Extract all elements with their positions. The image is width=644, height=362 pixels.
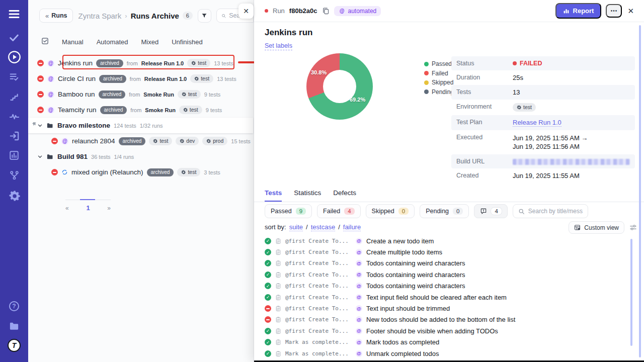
run-row[interactable]: mixed origin (Relaunch)archivedtest3 tes… xyxy=(28,164,253,180)
test-title: New todos should be added to the bottom … xyxy=(366,316,515,323)
back-to-runs-button[interactable]: « Runs xyxy=(39,9,73,23)
projects-folder-icon[interactable] xyxy=(0,319,28,332)
filter-chip-failed[interactable]: Failed4 xyxy=(317,204,360,218)
filter-chip-pending[interactable]: Pending0 xyxy=(420,204,469,218)
tests-search-input[interactable] xyxy=(528,208,583,215)
panel-close-button[interactable]: ✕ xyxy=(238,4,254,19)
filter-chip-passed[interactable]: Passed9 xyxy=(265,204,312,218)
test-row[interactable]: @first Create To...@New todos should be … xyxy=(265,314,626,325)
run-id: f80b2a0c xyxy=(289,7,317,15)
tab-defects[interactable]: Defects xyxy=(333,189,356,202)
breadcrumb-project[interactable]: Zyntra Spark xyxy=(78,12,121,20)
test-row[interactable]: ✓@first Create To...@Text input field sh… xyxy=(265,292,626,303)
test-plan-link[interactable]: Release Run 1.0 xyxy=(513,119,561,127)
info-row-environment: Environmenttest xyxy=(451,100,635,115)
custom-view-button[interactable]: Custom view xyxy=(569,221,624,234)
test-row[interactable]: ✓@first Create To...@Todos containing we… xyxy=(265,258,626,269)
testcase-clipboard-icon xyxy=(275,316,281,323)
run-row[interactable]: @Jenkins runarchivedfromRelease Run 1.0t… xyxy=(28,55,253,71)
sort-by-failure[interactable]: failure xyxy=(343,223,361,231)
tab-mixed[interactable]: Mixed xyxy=(141,38,159,46)
tab-statistics[interactable]: Statistics xyxy=(294,189,321,202)
test-row[interactable]: ✓Mark as complete...@Mark todos as compl… xyxy=(265,337,626,348)
filter-funnel-button[interactable] xyxy=(198,9,211,23)
info-row-duration: Duration25s xyxy=(451,70,635,85)
activity-pulse-icon[interactable] xyxy=(0,110,28,123)
test-row[interactable]: ✓@first Create To...@Todos containing we… xyxy=(265,269,626,280)
test-row[interactable]: ✓@first Create To...@Create a new todo i… xyxy=(265,235,626,246)
test-row[interactable]: ✓@first Create To...@Todos containing we… xyxy=(265,281,626,292)
legend-dot xyxy=(424,62,429,66)
run-row[interactable]: @Teamcity runarchivedfromSmoke Runtest9 … xyxy=(28,102,253,118)
pagination-prev[interactable]: « xyxy=(65,205,69,212)
filter-chip-skipped[interactable]: Skipped0 xyxy=(366,204,415,218)
test-row[interactable]: ✓Mark as complete...@Unmark completed to… xyxy=(265,348,626,359)
more-options-button[interactable]: ••• xyxy=(606,4,622,18)
from-label: from xyxy=(130,76,141,82)
run-folder-row[interactable]: Bravo milestone124 tests1/32 runs xyxy=(28,118,253,133)
comments-count-badge: 4 xyxy=(491,208,501,215)
test-row[interactable]: ✓@first Create To...@Footer should be vi… xyxy=(265,325,626,336)
copy-icon[interactable] xyxy=(322,7,330,15)
run-row[interactable]: @Circle CI runarchivedfromRelease Run 1.… xyxy=(28,71,253,86)
analytics-icon[interactable] xyxy=(0,149,28,162)
environment-badge[interactable]: test xyxy=(513,103,536,112)
source-run-name: Smoke Run xyxy=(143,92,174,98)
select-all-icon[interactable] xyxy=(41,37,49,47)
tab-automated[interactable]: Automated xyxy=(97,38,128,46)
test-row[interactable]: ✓@first Create To...@Create multiple tod… xyxy=(265,246,626,257)
sort-by-suite[interactable]: suite xyxy=(289,223,303,231)
tests-search[interactable] xyxy=(513,204,588,218)
run-folder-row[interactable]: Build 98136 tests1/4 runs xyxy=(28,149,253,164)
help-icon[interactable]: ? xyxy=(0,300,28,313)
branches-icon[interactable] xyxy=(0,168,28,182)
test-plans-icon[interactable] xyxy=(0,70,28,83)
run-row[interactable]: @relaunch 2804archivedtestdevprod15 test… xyxy=(28,133,253,149)
drawer-scrollbar[interactable] xyxy=(639,25,641,357)
report-button[interactable]: Report xyxy=(555,3,602,19)
info-value: 13 xyxy=(513,88,520,96)
mixed-origin-icon xyxy=(61,169,68,175)
hamburger-menu-icon[interactable] xyxy=(0,8,28,21)
steps-icon[interactable] xyxy=(0,90,28,104)
run-name: mixed origin (Relaunch) xyxy=(71,168,143,176)
tab-tests[interactable]: Tests xyxy=(265,189,282,202)
breadcrumb-page: Runs Archive xyxy=(131,12,179,20)
pagination-page-1[interactable]: 1 xyxy=(86,204,90,212)
info-label: Executed xyxy=(456,134,513,141)
tab-unfinished[interactable]: Unfinished xyxy=(172,38,202,46)
set-labels-link[interactable]: Set labels xyxy=(265,42,292,50)
automated-icon: @ xyxy=(47,91,54,98)
environment-name: prod xyxy=(213,138,223,144)
tests-scrollbar[interactable] xyxy=(630,239,632,346)
runs-play-icon[interactable] xyxy=(0,50,28,63)
tests-check-icon[interactable] xyxy=(0,31,28,44)
automated-icon: @ xyxy=(47,60,54,67)
testcase-clipboard-icon xyxy=(275,294,281,301)
tab-manual[interactable]: Manual xyxy=(62,38,84,46)
pagination-next[interactable]: » xyxy=(107,205,111,212)
settings-gear-icon[interactable] xyxy=(0,189,28,202)
import-icon[interactable] xyxy=(0,129,28,142)
profile-avatar[interactable]: T xyxy=(0,339,28,352)
folder-icon xyxy=(46,122,54,129)
filter-label: Skipped xyxy=(372,208,394,215)
info-row-build-url: Build URL xyxy=(451,154,635,168)
legend-dot xyxy=(424,89,429,94)
comments-filter-chip[interactable]: 4 xyxy=(474,204,507,218)
gear-icon xyxy=(206,139,211,143)
runs-filter-tabs: Manual Automated Mixed Unfinished xyxy=(41,36,203,47)
source-run-name: Release Run 1.0 xyxy=(141,60,184,66)
environment-badge: test xyxy=(177,168,200,176)
build-url-redacted-link[interactable] xyxy=(513,159,630,165)
automated-icon: @ xyxy=(47,107,54,114)
from-label: from xyxy=(127,60,138,66)
info-label: Tests xyxy=(456,88,513,96)
run-row[interactable]: @Bamboo runarchivedfromSmoke Runtest9 te… xyxy=(28,86,253,102)
sliders-icon[interactable] xyxy=(629,224,637,231)
suite-name: @first Create To... xyxy=(285,260,352,266)
close-drawer-button[interactable]: ✕ xyxy=(626,7,635,16)
passed-icon: ✓ xyxy=(265,294,271,301)
sort-by-testcase[interactable]: testcase xyxy=(311,223,335,231)
test-row[interactable]: @first Create To...@Text input should be… xyxy=(265,303,626,314)
